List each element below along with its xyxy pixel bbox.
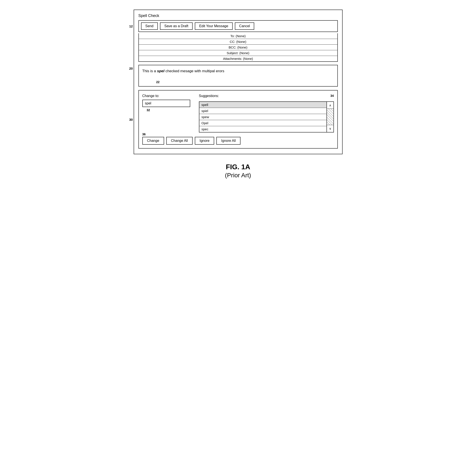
spellcheck-top: Change to: 32 Suggestions: 34 <box>142 94 334 133</box>
header-fields: To: (None) CC: (None) BCC: (None) Subjec… <box>138 33 338 62</box>
to-field: To: (None) <box>139 33 337 39</box>
fig-title: FIG. 1A <box>225 163 251 171</box>
toolbar-row: Send Save as a Draft Edit Your Message C… <box>138 20 338 32</box>
message-body: This is a spel checked mesage with multi… <box>138 65 338 87</box>
suggestion-item-4[interactable]: spec <box>199 126 326 132</box>
change-to-section: Change to: 32 <box>142 94 190 133</box>
subject-field: Subject: (None) <box>139 50 337 56</box>
scroll-track[interactable] <box>327 109 333 125</box>
suggestions-label: Suggestions: <box>199 94 219 98</box>
cc-field: CC: (None) <box>139 39 337 45</box>
ignore-all-button[interactable]: Ignore All <box>216 137 240 145</box>
message-bold-italic: spel <box>157 69 165 73</box>
edit-message-button[interactable]: Edit Your Message <box>195 22 232 30</box>
label-30: 30 <box>129 117 133 121</box>
change-all-button[interactable]: Change All <box>166 137 193 145</box>
spellcheck-panel: Change to: 32 Suggestions: 34 <box>138 90 338 149</box>
scroll-down-button[interactable]: ∨ <box>327 125 333 132</box>
action-buttons: Change Change All Ignore Ignore All <box>142 137 334 145</box>
change-to-input-wrapper: 32 <box>142 100 190 107</box>
change-button[interactable]: Change <box>142 137 164 145</box>
spellcheck-panel-wrapper: 30 Change to: 32 Suggestions: <box>138 90 338 149</box>
label-22: 22 <box>156 80 160 84</box>
action-buttons-wrapper: 36 Change Change All Ignore Ignore All <box>142 137 334 145</box>
suggestions-list-wrapper: spell spiel spew Opel spec ∧ ∨ <box>199 101 334 133</box>
message-before-bold: This is a <box>142 69 157 73</box>
scroll-up-button[interactable]: ∧ <box>327 102 333 109</box>
toolbar-row-wrapper: 12 Send Save as a Draft Edit Your Messag… <box>138 20 338 32</box>
send-button[interactable]: Send <box>141 22 158 30</box>
label-20: 20 <box>129 67 133 70</box>
bcc-field: BCC: (None) <box>139 45 337 50</box>
change-to-label: Change to: <box>142 94 190 98</box>
label-36: 36 <box>142 133 146 136</box>
suggestion-item-3[interactable]: Opel <box>199 120 326 126</box>
ignore-button[interactable]: Ignore <box>195 137 214 145</box>
suggestions-list: spell spiel spew Opel spec <box>199 102 326 132</box>
attachments-field: Attachments: (None) <box>139 56 337 61</box>
message-after-bold: checked mesage with multipal erors <box>165 69 224 73</box>
figure-caption: FIG. 1A (Prior Art) <box>225 163 251 179</box>
suggestions-section: Suggestions: 34 spell spiel spew Opel sp… <box>199 94 334 133</box>
change-to-input[interactable] <box>142 100 190 107</box>
save-draft-button[interactable]: Save as a Draft <box>160 22 193 30</box>
suggestion-item-0[interactable]: spell <box>199 102 326 108</box>
outer-box: Spell Check 12 Send Save as a Draft Edit… <box>134 9 343 154</box>
label-34: 34 <box>330 94 334 97</box>
label-12: 12 <box>129 24 133 28</box>
message-area-wrapper: 20 This is a spel checked mesage with mu… <box>138 65 338 87</box>
cancel-button[interactable]: Cancel <box>235 22 255 30</box>
fig-subtitle: (Prior Art) <box>225 172 251 179</box>
label-32: 32 <box>147 108 150 112</box>
suggestion-item-2[interactable]: spew <box>199 114 326 120</box>
spell-check-title: Spell Check <box>138 14 338 18</box>
page-wrapper: 10 Spell Check 12 Send Save as a Draft E… <box>134 9 343 179</box>
scrollbar: ∧ ∨ <box>326 102 333 132</box>
suggestion-item-1[interactable]: spiel <box>199 108 326 114</box>
